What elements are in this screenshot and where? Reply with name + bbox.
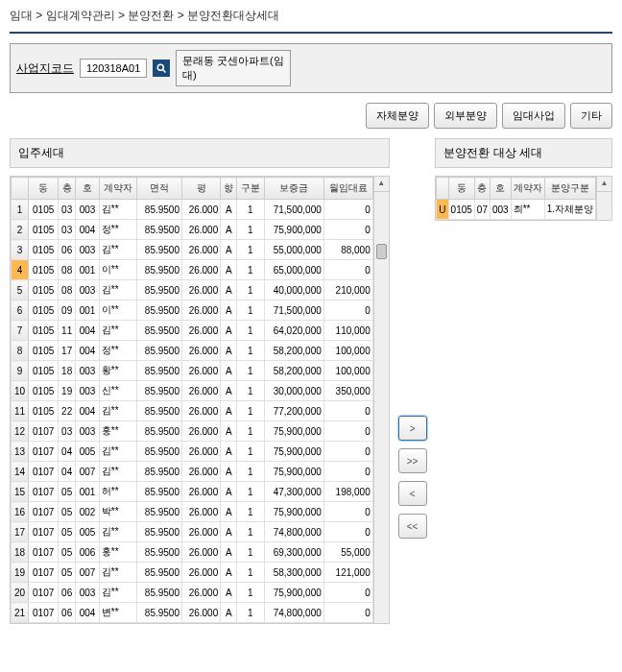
- cell: A: [221, 502, 237, 522]
- left-scrollbar[interactable]: ▲: [373, 177, 389, 623]
- table-row[interactable]: 16010705002박**85.950026.000A175,900,0000: [12, 502, 373, 522]
- cell: 26.000: [181, 542, 220, 563]
- move-all-right-button[interactable]: >>: [398, 448, 427, 473]
- table-row[interactable]: 7010511004김**85.950026.000A164,020,00011…: [12, 321, 373, 341]
- col-header[interactable]: 월임대료: [323, 178, 372, 200]
- row-number: 5: [12, 280, 29, 300]
- scroll-up-icon[interactable]: ▲: [374, 177, 389, 192]
- cell: 65,000,000: [264, 260, 323, 280]
- table-row[interactable]: 1010503003김**85.950026.000A171,500,0000: [12, 200, 373, 220]
- scroll-thumb[interactable]: [376, 244, 387, 259]
- col-header[interactable]: 층: [474, 178, 490, 200]
- move-right-button[interactable]: >: [398, 416, 427, 441]
- table-row[interactable]: 5010508003김**85.950026.000A140,000,00021…: [12, 280, 373, 300]
- cell: 18: [59, 361, 76, 381]
- table-row[interactable]: 13010704005김**85.950026.000A175,900,0000: [12, 442, 373, 462]
- table-row[interactable]: 10010519003신**85.950026.000A130,000,0003…: [12, 381, 373, 401]
- row-number: 16: [12, 502, 29, 522]
- table-row[interactable]: 12010703003홍**85.950026.000A175,900,0000: [12, 421, 373, 442]
- table-row[interactable]: 11010522004김**85.950026.000A177,200,0000: [12, 401, 373, 421]
- col-header[interactable]: 평: [181, 178, 220, 200]
- cell: 06: [59, 603, 76, 623]
- col-header[interactable]: 층: [59, 178, 76, 200]
- cell: 75,900,000: [264, 462, 323, 482]
- col-header[interactable]: 계약자: [99, 178, 137, 200]
- table-row[interactable]: 18010705006홍**85.950026.000A169,300,0005…: [12, 542, 373, 563]
- table-row[interactable]: 8010517004정**85.950026.000A158,200,00010…: [12, 341, 373, 361]
- cell: 75,900,000: [264, 220, 323, 240]
- table-row[interactable]: 2010503004정**85.950026.000A175,900,0000: [12, 220, 373, 240]
- col-header[interactable]: 계약자: [511, 178, 544, 200]
- row-number: 15: [12, 482, 29, 502]
- right-scrollbar[interactable]: ▲: [596, 177, 611, 220]
- col-header[interactable]: 구분: [237, 178, 264, 200]
- biz-code-label: 사업지코드: [16, 60, 74, 77]
- cell: 0105: [29, 321, 59, 341]
- col-header[interactable]: 동: [448, 178, 474, 200]
- cell: A: [221, 220, 237, 240]
- cell: 85.9500: [137, 522, 182, 542]
- cell: A: [221, 442, 237, 462]
- cell: 05: [59, 502, 76, 522]
- cell: 0: [323, 421, 372, 442]
- cell: 004: [76, 341, 100, 361]
- biz-code-input[interactable]: 120318A01: [80, 59, 147, 78]
- cell: 김**: [99, 583, 137, 603]
- table-row[interactable]: 3010506003김**85.950026.000A155,000,00088…: [12, 240, 373, 260]
- col-header[interactable]: 향: [221, 178, 237, 200]
- search-icon[interactable]: [153, 60, 170, 77]
- cell: 0105: [29, 381, 59, 401]
- cell: 003: [76, 240, 100, 260]
- external-sale-button[interactable]: 외부분양: [434, 103, 497, 129]
- scroll-up-icon[interactable]: ▲: [597, 177, 611, 192]
- col-header[interactable]: 호: [76, 178, 100, 200]
- cell: 0105: [29, 300, 59, 321]
- cell: 004: [76, 321, 100, 341]
- table-row[interactable]: 14010704007김**85.950026.000A175,900,0000: [12, 462, 373, 482]
- cell: 003: [76, 583, 100, 603]
- cell: 210,000: [323, 280, 372, 300]
- table-row[interactable]: 15010705001허**85.950026.000A147,300,0001…: [12, 482, 373, 502]
- cell: 005: [76, 442, 100, 462]
- cell: 0107: [29, 502, 59, 522]
- cell: 64,020,000: [264, 321, 323, 341]
- cell: 26.000: [181, 421, 220, 442]
- cell: 85.9500: [137, 300, 182, 321]
- table-row[interactable]: 20010706003김**85.950026.000A175,900,0000: [12, 583, 373, 603]
- move-left-button[interactable]: <: [398, 481, 427, 506]
- cell: 09: [59, 300, 76, 321]
- table-row[interactable]: 4010508001이**85.950026.000A165,000,0000: [12, 260, 373, 280]
- cell: 17: [59, 341, 76, 361]
- cell: 85.9500: [137, 462, 182, 482]
- rental-biz-button[interactable]: 임대사업: [502, 103, 565, 129]
- cell: 26.000: [181, 563, 220, 583]
- cell: 0107: [29, 442, 59, 462]
- table-row[interactable]: 21010706004변**85.950026.000A174,800,0000: [12, 603, 373, 623]
- col-header[interactable]: 동: [29, 178, 59, 200]
- cell: 71,500,000: [264, 300, 323, 321]
- table-row[interactable]: 9010518003황**85.950026.000A158,200,00010…: [12, 361, 373, 381]
- cell: 0105: [29, 240, 59, 260]
- cell: 이**: [99, 260, 137, 280]
- self-sale-button[interactable]: 자체분양: [366, 103, 429, 129]
- col-header[interactable]: 보증금: [264, 178, 323, 200]
- cell: 08: [59, 280, 76, 300]
- etc-button[interactable]: 기타: [570, 103, 612, 129]
- table-row[interactable]: 17010705005김**85.950026.000A174,800,0000: [12, 522, 373, 542]
- cell: 신**: [99, 381, 137, 401]
- action-buttons: 자체분양 외부분양 임대사업 기타: [0, 93, 622, 138]
- cell: A: [221, 522, 237, 542]
- table-row[interactable]: 6010509001이**85.950026.000A171,500,0000: [12, 300, 373, 321]
- cell: 85.9500: [137, 603, 182, 623]
- col-header[interactable]: 분양구분: [544, 178, 595, 200]
- cell: 06: [59, 583, 76, 603]
- move-all-left-button[interactable]: <<: [398, 514, 427, 539]
- cell: 85.9500: [137, 421, 182, 442]
- table-row[interactable]: U010507003최**1.자체분양: [437, 200, 596, 220]
- cell: 0: [323, 462, 372, 482]
- col-header[interactable]: 면적: [137, 178, 182, 200]
- cell: 001: [76, 482, 100, 502]
- col-header[interactable]: 호: [490, 178, 511, 200]
- cell: 71,500,000: [264, 200, 323, 220]
- table-row[interactable]: 19010705007김**85.950026.000A158,300,0001…: [12, 563, 373, 583]
